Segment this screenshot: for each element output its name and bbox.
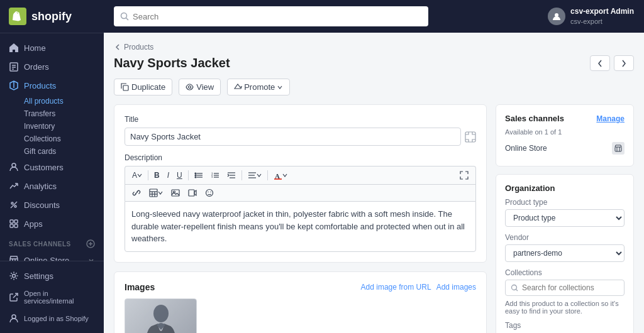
sidebar-logo[interactable]: shopify xyxy=(0,0,104,33)
promote-button[interactable]: Promote xyxy=(227,79,290,96)
align-btn[interactable] xyxy=(245,169,265,182)
text-color-btn[interactable]: A xyxy=(270,169,291,182)
collections-search-box[interactable] xyxy=(505,280,625,296)
svg-rect-55 xyxy=(172,190,179,196)
vendor-field: Vendor partners-demo xyxy=(505,233,625,262)
svg-point-58 xyxy=(206,190,213,197)
svg-rect-12 xyxy=(14,220,18,223)
svg-point-28 xyxy=(189,86,191,89)
right-sidebar: Sales channels Manage Available on 1 of … xyxy=(496,104,634,333)
images-actions: Add image from URL Add images xyxy=(361,283,476,292)
expand-editor-btn[interactable] xyxy=(457,169,472,182)
sidebar-item-apps[interactable]: Apps xyxy=(0,214,104,233)
sidebar-item-products[interactable]: Products xyxy=(0,76,104,95)
settings-label: Settings xyxy=(24,271,53,281)
emoji-btn[interactable] xyxy=(202,187,217,199)
add-image-url-link[interactable]: Add image from URL xyxy=(361,283,431,292)
action-bar: Duplicate View Promote xyxy=(114,79,634,96)
apps-icon xyxy=(9,219,19,229)
ol-btn[interactable]: 1.2.3. xyxy=(208,169,223,182)
search-icon xyxy=(120,12,129,21)
bold-btn[interactable]: B xyxy=(151,169,163,182)
next-product-button[interactable] xyxy=(614,55,634,71)
svg-rect-14 xyxy=(14,224,18,227)
breadcrumb-link[interactable]: Products xyxy=(124,43,153,52)
orders-label: Orders xyxy=(24,62,49,72)
sidebar-sub-inventory[interactable]: Inventory xyxy=(0,120,104,133)
product-type-select[interactable]: Product type xyxy=(505,209,625,227)
svg-point-23 xyxy=(12,315,16,319)
svg-rect-63 xyxy=(615,147,621,151)
discounts-icon xyxy=(9,200,19,210)
apps-label: Apps xyxy=(24,219,43,229)
sidebar-sub-collections[interactable]: Collections xyxy=(0,133,104,145)
online-store-channel-row: Online Store xyxy=(505,139,625,157)
content-layout: Title Description A B I U xyxy=(114,104,634,333)
editor-body[interactable]: Long-sleeved navy waterproof jacket in t… xyxy=(125,201,476,252)
collections-label: Collections xyxy=(505,268,625,277)
fullscreen-icon[interactable] xyxy=(465,131,476,143)
sales-channels-card: Sales channels Manage Available on 1 of … xyxy=(496,104,634,166)
sidebar-sub-transfers[interactable]: Transfers xyxy=(0,107,104,120)
admin-sub: csv-export xyxy=(570,17,634,26)
ul-btn[interactable] xyxy=(191,169,206,182)
sidebar-sub-gift-cards[interactable]: Gift cards xyxy=(0,145,104,158)
collections-search-icon xyxy=(511,284,518,292)
search-box[interactable] xyxy=(114,6,428,26)
manage-link[interactable]: Manage xyxy=(596,114,625,123)
orders-icon xyxy=(9,62,19,72)
add-images-link[interactable]: Add images xyxy=(436,283,476,292)
image-btn[interactable] xyxy=(168,187,183,199)
open-services-label: Open in services/internal xyxy=(24,290,95,305)
vendor-select[interactable]: partners-demo xyxy=(505,244,625,262)
settings-icon xyxy=(9,271,19,281)
page-header: Navy Sports Jacket xyxy=(114,55,634,71)
promote-icon xyxy=(234,83,242,91)
video-btn[interactable] xyxy=(185,187,200,199)
sidebar-item-home[interactable]: Home xyxy=(0,38,104,57)
font-size-btn[interactable]: A xyxy=(129,169,145,182)
product-type-field: Product type Product type xyxy=(505,198,625,227)
view-button[interactable]: View xyxy=(179,79,221,96)
add-channel-icon[interactable] xyxy=(86,239,95,248)
sidebar-item-open-services[interactable]: Open in services/internal xyxy=(0,285,104,309)
user-icon xyxy=(9,314,19,324)
sidebar-item-settings[interactable]: Settings xyxy=(0,266,104,285)
online-store-icon xyxy=(9,255,19,261)
indent-btn[interactable] xyxy=(224,169,239,182)
sidebar-item-discounts[interactable]: Discounts xyxy=(0,195,104,214)
underline-btn[interactable]: U xyxy=(174,169,186,182)
sidebar-bottom: Settings Open in services/internal Logge… xyxy=(0,261,104,333)
italic-btn[interactable]: I xyxy=(164,169,172,182)
table-btn[interactable] xyxy=(146,187,166,199)
svg-point-5 xyxy=(12,163,16,167)
customers-icon xyxy=(9,162,19,172)
collections-search-input[interactable] xyxy=(522,283,619,292)
duplicate-button[interactable]: Duplicate xyxy=(114,79,172,96)
title-input[interactable] xyxy=(125,128,461,146)
sales-channels-section: SALES CHANNELS xyxy=(0,233,104,251)
duplicate-icon xyxy=(121,83,129,91)
shopify-logo-icon xyxy=(9,8,26,25)
vendor-label: Vendor xyxy=(505,233,625,242)
collections-note: Add this product to a collection so it's… xyxy=(505,300,625,315)
svg-point-33 xyxy=(195,173,196,174)
sidebar-item-online-store[interactable]: Online Store xyxy=(0,251,104,261)
sidebar-item-logged-in[interactable]: Logged in as Shopify xyxy=(0,309,104,328)
sidebar-item-analytics[interactable]: Analytics xyxy=(0,177,104,195)
product-image xyxy=(125,298,197,333)
search-input[interactable] xyxy=(133,12,422,21)
product-form: Title Description A B I U xyxy=(114,104,487,333)
link-btn[interactable] xyxy=(129,187,144,199)
svg-line-25 xyxy=(126,18,129,21)
sidebar-item-orders[interactable]: Orders xyxy=(0,57,104,76)
svg-rect-27 xyxy=(123,85,128,90)
prev-product-button[interactable] xyxy=(590,55,610,71)
toolbar-sep4 xyxy=(267,170,268,180)
sidebar-item-customers[interactable]: Customers xyxy=(0,158,104,177)
title-description-card: Title Description A B I U xyxy=(114,104,487,263)
svg-point-21 xyxy=(13,275,16,278)
logged-in-label: Logged in as Shopify xyxy=(24,315,89,322)
sidebar-sub-all-products[interactable]: All products xyxy=(0,95,104,107)
online-store-channel-label: Online Store xyxy=(505,144,547,153)
